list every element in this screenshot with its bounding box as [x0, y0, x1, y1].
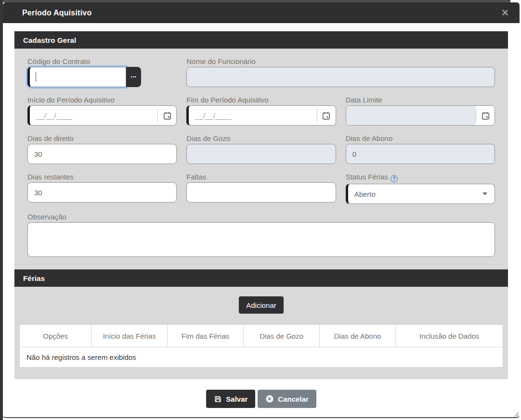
text-caret: [36, 72, 36, 82]
modal-footer: Salvar Cancelar: [3, 379, 520, 408]
empty-table-message: Não há registros a serem exibidos: [20, 347, 503, 367]
dias-direito-label: Dias de direito: [27, 134, 177, 142]
cancel-button[interactable]: Cancelar: [258, 390, 316, 408]
cadastro-geral-header: Cadastro Geral: [14, 31, 508, 49]
resize-grip[interactable]: [514, 412, 519, 417]
dias-gozo-label: Dias de Gozo: [186, 134, 336, 142]
dias-restantes-field: Dias restantes: [27, 173, 177, 204]
observacao-field: Observação: [27, 213, 495, 259]
column-header-inicio-ferias: Início das Férias: [91, 325, 167, 347]
column-header-inclusao-dados: Inclusão de Dados: [395, 325, 503, 347]
observacao-textarea[interactable]: [27, 222, 495, 257]
codigo-contrato-input[interactable]: [27, 67, 126, 87]
observacao-label: Observação: [27, 213, 495, 221]
column-header-opcoes: Opções: [20, 325, 91, 347]
dias-gozo-input: [186, 144, 336, 164]
ferias-body: Adicionar Opções Início das Férias Fim d…: [14, 287, 508, 379]
faltas-label: Faltas: [186, 173, 336, 181]
ferias-header: Férias: [14, 269, 508, 287]
faltas-field: Faltas: [186, 173, 336, 204]
codigo-contrato-field: Código do Contrato •••: [27, 57, 177, 87]
column-header-fim-ferias: Fim das Férias: [167, 325, 243, 347]
ferias-title: Férias: [23, 274, 45, 282]
status-ferias-select[interactable]: Aberto: [346, 184, 495, 204]
fim-periodo-field: Fim do Período Aquisitivo: [186, 96, 336, 126]
close-icon[interactable]: ✕: [501, 8, 509, 17]
data-limite-field: Data Limite: [346, 96, 495, 126]
adicionar-button[interactable]: Adicionar: [239, 296, 284, 314]
dias-direito-input[interactable]: [27, 144, 177, 164]
help-icon[interactable]: ?: [391, 175, 398, 182]
data-limite-input: [346, 106, 476, 125]
column-header-dias-abono: Dias de Abono: [319, 325, 395, 347]
periodo-aquisitivo-modal: Período Aquisitivo ✕ Cadastro Geral Códi…: [3, 2, 520, 418]
fim-periodo-input[interactable]: [189, 106, 316, 125]
dias-restantes-label: Dias restantes: [27, 173, 177, 181]
inicio-periodo-field: Início do Período Aquisitivo: [27, 96, 177, 126]
nome-funcionario-label: Nome do Funcionário: [186, 57, 495, 65]
ferias-table: Opções Início das Férias Fim das Férias …: [19, 324, 503, 368]
status-ferias-value: Aberto: [354, 190, 376, 198]
cadastro-geral-title: Cadastro Geral: [23, 36, 76, 44]
dias-gozo-field: Dias de Gozo: [186, 134, 336, 164]
save-button[interactable]: Salvar: [206, 390, 255, 408]
dias-abono-label: Dias de Abono: [346, 134, 495, 142]
calendar-icon[interactable]: [476, 106, 495, 125]
dias-abono-field: Dias de Abono: [346, 134, 495, 164]
calendar-icon[interactable]: [317, 106, 336, 125]
save-icon: [214, 395, 222, 403]
codigo-contrato-label: Código do Contrato: [27, 57, 177, 65]
nome-funcionario-field: Nome do Funcionário: [186, 57, 495, 87]
modal-body: Cadastro Geral Código do Contrato ••• No…: [3, 23, 520, 417]
cadastro-geral-section: Cadastro Geral Código do Contrato ••• No…: [14, 31, 508, 379]
nome-funcionario-input: [186, 67, 495, 87]
status-ferias-label: Status Férias?: [346, 173, 495, 182]
inicio-periodo-label: Início do Período Aquisitivo: [27, 96, 177, 104]
dias-restantes-input[interactable]: [27, 182, 177, 203]
data-limite-label: Data Limite: [346, 96, 495, 104]
contract-lookup-button[interactable]: •••: [126, 67, 141, 87]
inicio-periodo-input[interactable]: [30, 106, 157, 125]
faltas-input[interactable]: [186, 182, 336, 203]
status-ferias-field: Status Férias? Aberto: [346, 173, 495, 204]
dias-abono-input: [346, 144, 495, 164]
column-header-dias-gozo: Dias de Gozo: [243, 325, 319, 347]
cancel-icon: [265, 395, 274, 403]
modal-title: Período Aquisitivo: [22, 9, 91, 17]
fim-periodo-label: Fim do Período Aquisitivo: [186, 96, 336, 104]
ferias-table-header: Opções Início das Férias Fim das Férias …: [20, 325, 503, 347]
dias-direito-field: Dias de direito: [27, 134, 177, 164]
modal-titlebar: Período Aquisitivo ✕: [3, 2, 520, 23]
cadastro-geral-body: Código do Contrato ••• Nome do Funcionár…: [14, 49, 508, 269]
chevron-down-icon: [482, 192, 487, 195]
calendar-icon[interactable]: [158, 106, 176, 125]
